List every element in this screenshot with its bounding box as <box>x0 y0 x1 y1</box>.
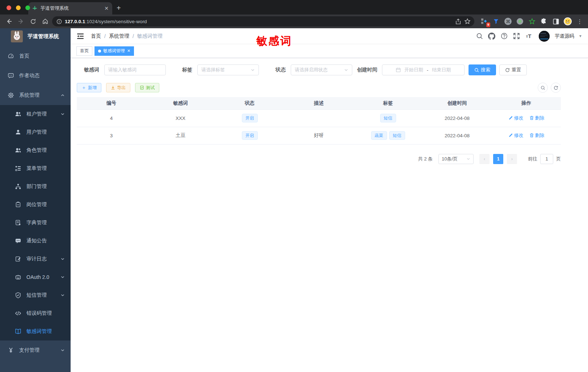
page-size-select[interactable]: 10条/页 <box>438 154 474 164</box>
cell-description <box>284 109 353 127</box>
date-range-picker[interactable]: 开始日期 - 结束日期 <box>382 64 465 75</box>
refresh-table-button[interactable] <box>551 83 561 93</box>
github-icon[interactable] <box>487 32 496 41</box>
minimize-window-button[interactable] <box>16 5 21 10</box>
back-icon[interactable] <box>4 16 14 27</box>
funnel-extension-icon[interactable] <box>491 17 501 26</box>
forward-icon[interactable] <box>16 16 27 27</box>
export-button[interactable]: 导出 <box>106 83 130 92</box>
filter-bar: 敏感词 请输入敏感词 标签 请选择标签 状态 请选择启用状态 创建时间 开始日期… <box>77 64 561 75</box>
page-1-button[interactable]: 1 <box>493 154 503 164</box>
username[interactable]: 芋道源码 <box>555 33 574 39</box>
new-tab-button[interactable]: + <box>117 4 121 12</box>
edit-link[interactable]: 修改 <box>508 115 524 121</box>
grid-extension-icon[interactable]: 9 <box>479 17 489 26</box>
column-header-状态: 状态 <box>215 97 284 109</box>
reset-button[interactable]: 重置 <box>499 64 527 75</box>
next-page-button[interactable]: › <box>507 154 517 164</box>
delete-link[interactable]: 删除 <box>529 132 545 139</box>
toggle-search-button[interactable] <box>538 83 548 93</box>
star-extension-icon[interactable] <box>527 17 537 26</box>
sidebar-item-通知公告[interactable]: 通知公告 <box>0 232 71 250</box>
tag-badge: 蔬菜 <box>371 131 387 140</box>
site-info-icon[interactable] <box>56 19 62 24</box>
font-size-icon[interactable]: тT <box>524 32 533 41</box>
cell-create-time: 2022-04-08 <box>423 109 492 127</box>
sidebar-item-短信管理[interactable]: 短信管理 <box>0 286 71 304</box>
split-screen-icon[interactable] <box>551 17 560 26</box>
delete-link[interactable]: 删除 <box>529 115 545 121</box>
status-select[interactable]: 请选择启用状态 <box>291 64 352 75</box>
goto-page-input[interactable] <box>540 154 553 164</box>
tag-badge: 短信 <box>380 114 396 122</box>
sidebar-item-label: 通知公告 <box>26 238 65 244</box>
sidebar-item-字典管理[interactable]: 字典管理 <box>0 214 71 232</box>
chevron-down-icon <box>60 293 65 297</box>
test-button[interactable]: 测试 <box>135 83 159 92</box>
collapse-sidebar-icon[interactable] <box>76 33 84 40</box>
breadcrumb-item[interactable]: 系统管理 <box>109 33 129 39</box>
sensitive-word-table: 编号敏感词状态描述标签创建时间操作 4XXX开启短信2022-04-08修改删除… <box>77 97 561 145</box>
url-bar[interactable]: 127.0.0.1:1024/system/sensitive-word <box>52 16 474 26</box>
search-icon[interactable] <box>475 32 484 41</box>
sidebar-item-作者动态[interactable]: 作者动态 <box>0 66 71 85</box>
sidebar-item-敏感词管理[interactable]: 敏感词管理 <box>0 322 71 340</box>
tab-close-icon[interactable]: ✕ <box>104 5 109 11</box>
search-button[interactable]: 搜索 <box>469 64 496 75</box>
sidebar-item-角色管理[interactable]: 角色管理 <box>0 141 71 159</box>
app-title: 芋道管理系统 <box>28 33 59 40</box>
browser-tab[interactable]: 芋道管理系统 ✕ <box>28 2 112 14</box>
help-icon[interactable] <box>500 32 508 41</box>
sidebar-item-租户管理[interactable]: 租户管理 <box>0 105 71 123</box>
home-icon[interactable] <box>40 16 51 27</box>
goto-label: 前往 <box>528 156 537 162</box>
sidebar-item-岗位管理[interactable]: 岗位管理 <box>0 196 71 214</box>
user-avatar[interactable] <box>539 31 550 42</box>
cell-tags: 短信 <box>353 109 423 127</box>
add-button[interactable]: ＋新增 <box>77 83 101 92</box>
profile-avatar-icon[interactable] <box>563 17 572 26</box>
prev-page-button[interactable]: ‹ <box>479 154 490 164</box>
sidebar-item-审计日志[interactable]: 审计日志 <box>0 250 71 268</box>
keyword-input[interactable]: 请输入敏感词 <box>104 64 166 75</box>
sidebar-item-支付管理[interactable]: 支付管理 <box>0 340 71 360</box>
sidebar-item-错误码管理[interactable]: 错误码管理 <box>0 304 71 322</box>
reload-icon[interactable] <box>28 16 39 27</box>
browser-menu-kebab-icon[interactable]: ⋮ <box>575 17 584 26</box>
app-root: 芋道管理系统 首页作者动态系统管理租户管理用户管理角色管理菜单管理部门管理岗位管… <box>0 28 588 372</box>
sidebar-item-OAuth 2.0[interactable]: OAuth 2.0 <box>0 268 71 286</box>
sidebar-item-label: 用户管理 <box>26 129 65 135</box>
page-content: 敏感词 请输入敏感词 标签 请选择标签 状态 请选择启用状态 创建时间 开始日期… <box>71 58 561 164</box>
tag-select[interactable]: 请选择标签 <box>197 64 259 75</box>
breadcrumb-separator: / <box>133 33 134 39</box>
bookmark-star-icon[interactable] <box>464 18 471 25</box>
sidebar-item-系统管理[interactable]: 系统管理 <box>0 85 71 105</box>
table-toolbar: ＋新增 导出 测试 <box>77 83 561 93</box>
tag-close-icon[interactable]: ✕ <box>127 49 130 53</box>
close-window-button[interactable] <box>7 5 11 10</box>
tag-敏感词管理[interactable]: 敏感词管理✕ <box>94 46 134 56</box>
sidebar-item-菜单管理[interactable]: 菜单管理 <box>0 159 71 177</box>
puzzle-extensions-icon[interactable] <box>539 17 549 26</box>
fullscreen-icon[interactable] <box>512 32 521 41</box>
command-extension-icon[interactable]: ⌘ <box>503 17 513 26</box>
sidebar-logo[interactable]: 芋道管理系统 <box>0 28 71 44</box>
dashboard-icon <box>8 53 14 59</box>
breadcrumb-item[interactable]: 首页 <box>91 33 101 39</box>
cell-id: 3 <box>77 127 146 144</box>
sidebar-menu: 首页作者动态系统管理租户管理用户管理角色管理菜单管理部门管理岗位管理字典管理通知… <box>0 44 71 372</box>
record-extension-icon[interactable] <box>515 17 525 26</box>
zoom-window-button[interactable] <box>25 5 30 10</box>
post-badge-icon <box>15 201 21 208</box>
edit-link[interactable]: 修改 <box>508 132 524 139</box>
tag-首页[interactable]: 首页 <box>76 46 92 56</box>
document-check-icon <box>140 85 144 90</box>
share-icon[interactable] <box>455 18 461 25</box>
sidebar-item-部门管理[interactable]: 部门管理 <box>0 177 71 196</box>
sidebar-item-首页[interactable]: 首页 <box>0 46 71 66</box>
chevron-down-icon <box>60 275 65 279</box>
status-badge: 开启 <box>242 131 258 140</box>
sidebar-item-用户管理[interactable]: 用户管理 <box>0 123 71 141</box>
user-menu-caret-icon[interactable]: ▼ <box>579 34 582 38</box>
page-unit-label: 页 <box>556 156 561 162</box>
